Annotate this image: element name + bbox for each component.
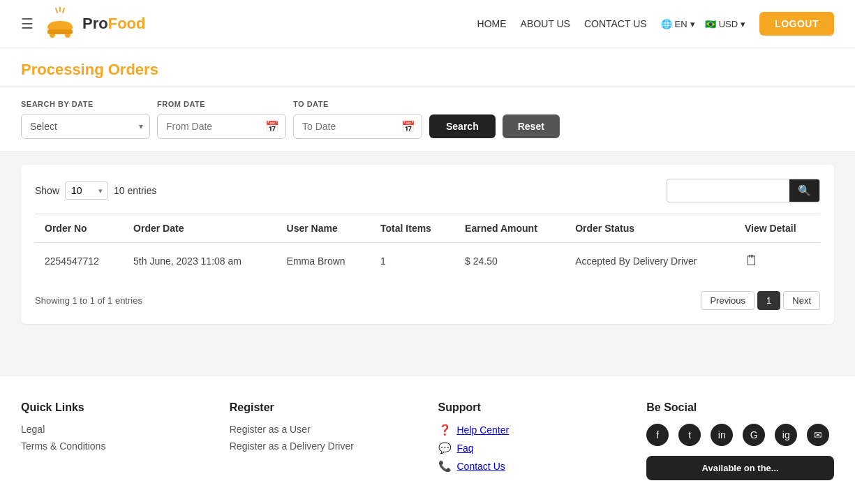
col-order-status: Order Status xyxy=(565,214,735,243)
col-order-date: Order Date xyxy=(124,214,277,243)
register-title: Register xyxy=(230,401,417,414)
from-date-wrapper: 📅 xyxy=(157,114,286,139)
to-date-label: TO DATE xyxy=(293,100,429,108)
cell-earned-amount: $ 24.50 xyxy=(455,243,565,279)
header-right: HOME ABOUT US CONTACT US 🌐 EN ▾ 🇧🇷 USD ▾… xyxy=(477,12,834,36)
previous-page-button[interactable]: Previous xyxy=(701,291,754,310)
logo: ProFood xyxy=(43,7,145,40)
pagination-row: Showing 1 to 1 of 1 entries Previous 1 N… xyxy=(35,291,820,310)
lang-currency: 🌐 EN ▾ 🇧🇷 USD ▾ xyxy=(661,19,746,29)
col-earned-amount: Earned Amount xyxy=(455,214,565,243)
twitter-icon[interactable]: t xyxy=(678,424,701,446)
register-driver-link[interactable]: Register as a Delivery Driver xyxy=(230,440,354,452)
logo-image xyxy=(43,7,77,40)
list-item: Register as a User xyxy=(230,424,417,435)
language-button[interactable]: 🌐 EN ▾ xyxy=(661,19,695,29)
facebook-icon[interactable]: f xyxy=(646,424,669,446)
nav-links: HOME ABOUT US CONTACT US xyxy=(477,18,647,29)
faq-link[interactable]: Faq xyxy=(457,443,474,454)
show-entries: Show 10 25 50 100 ▾ 10 entries xyxy=(35,181,157,200)
help-center-link[interactable]: Help Center xyxy=(457,424,510,436)
support-contact: 📞 Contact Us xyxy=(438,460,626,473)
list-item: Register as a Delivery Driver xyxy=(230,440,417,452)
register-user-link[interactable]: Register as a User xyxy=(230,424,311,435)
svg-line-2 xyxy=(63,8,64,13)
from-date-label: FROM DATE xyxy=(157,100,293,108)
header: ☰ ProFood HOME ABOUT US xyxy=(0,0,855,48)
list-item: Legal xyxy=(21,424,209,435)
social-icons: f t in G ig ✉ xyxy=(646,424,834,446)
footer-social: Be Social f t in G ig ✉ Available on the… xyxy=(646,401,834,480)
search-by-date-select[interactable]: Select Today Yesterday This Week This Mo… xyxy=(21,114,150,139)
footer-quick-links: Quick Links Legal Terms & Conditions xyxy=(21,401,209,480)
col-order-no: Order No xyxy=(35,214,124,243)
email-icon[interactable]: ✉ xyxy=(807,424,829,446)
col-view-detail: View Detail xyxy=(735,214,820,243)
search-button[interactable]: Search xyxy=(429,114,496,138)
orders-table: Order No Order Date User Name Total Item… xyxy=(35,214,820,279)
footer-grid: Quick Links Legal Terms & Conditions Reg… xyxy=(21,401,834,480)
to-date-calendar-icon[interactable]: 📅 xyxy=(401,120,415,133)
help-center-icon: ❓ xyxy=(438,424,452,436)
nav-home[interactable]: HOME xyxy=(477,18,507,29)
svg-rect-6 xyxy=(47,29,73,34)
col-total-items: Total Items xyxy=(371,214,455,243)
showing-text: Showing 1 to 1 of 1 entries xyxy=(35,295,142,306)
logout-button[interactable]: LOGOUT xyxy=(759,12,834,36)
footer-register: Register Register as a User Register as … xyxy=(230,401,417,480)
filter-labels: SEARCH BY DATE FROM DATE TO DATE xyxy=(21,100,834,108)
instagram-icon[interactable]: ig xyxy=(775,424,797,446)
page-title-bar: Processing Orders xyxy=(0,48,855,87)
next-page-button[interactable]: Next xyxy=(783,291,820,310)
cell-order-no: 2254547712 xyxy=(35,243,124,279)
from-date-calendar-icon[interactable]: 📅 xyxy=(265,120,279,133)
cell-order-status: Accepted By Delivery Driver xyxy=(565,243,735,279)
footer: Quick Links Legal Terms & Conditions Reg… xyxy=(0,376,855,494)
lang-flag: 🌐 xyxy=(661,19,672,29)
support-help: ❓ Help Center xyxy=(438,424,626,436)
view-detail-icon[interactable]: 🗒 xyxy=(745,253,759,268)
google-icon[interactable]: G xyxy=(743,424,765,446)
quick-links-list: Legal Terms & Conditions xyxy=(21,424,209,452)
col-user-name: User Name xyxy=(277,214,371,243)
list-item: Terms & Conditions xyxy=(21,440,209,452)
page-1-button[interactable]: 1 xyxy=(757,291,780,310)
entries-count-label: 10 entries xyxy=(114,185,156,196)
search-by-date-label: SEARCH BY DATE xyxy=(21,100,157,108)
lang-code: EN xyxy=(675,19,687,29)
nav-about[interactable]: ABOUT US xyxy=(521,18,570,29)
cell-total-items: 1 xyxy=(371,243,455,279)
to-date-wrapper: 📅 xyxy=(293,114,422,139)
table-row: 2254547712 5th June, 2023 11:08 am Emma … xyxy=(35,243,820,279)
contact-icon: 📞 xyxy=(438,460,452,473)
table-search-icon[interactable]: 🔍 xyxy=(789,179,819,202)
hamburger-icon[interactable]: ☰ xyxy=(21,15,34,32)
header-left: ☰ ProFood xyxy=(21,7,145,40)
main-content: Show 10 25 50 100 ▾ 10 entries 🔍 xyxy=(0,152,855,376)
legal-link[interactable]: Legal xyxy=(21,424,45,435)
nav-contact[interactable]: CONTACT US xyxy=(584,18,647,29)
linkedin-icon[interactable]: in xyxy=(711,424,733,446)
cell-order-date: 5th June, 2023 11:08 am xyxy=(124,243,277,279)
table-container: Show 10 25 50 100 ▾ 10 entries 🔍 xyxy=(21,165,834,324)
table-search-wrapper: 🔍 xyxy=(667,179,820,202)
currency-flag: 🇧🇷 xyxy=(705,19,716,29)
social-title: Be Social xyxy=(646,401,834,414)
entries-select-wrapper: 10 25 50 100 ▾ xyxy=(65,181,108,200)
support-title: Support xyxy=(438,401,626,414)
currency-chevron-icon: ▾ xyxy=(741,19,745,29)
currency-button[interactable]: 🇧🇷 USD ▾ xyxy=(705,19,745,29)
app-download-button[interactable]: Available on the... xyxy=(646,456,834,480)
svg-line-0 xyxy=(56,8,57,13)
entries-per-page-select[interactable]: 10 25 50 100 xyxy=(65,181,108,200)
table-search-input[interactable] xyxy=(667,180,789,201)
quick-links-title: Quick Links xyxy=(21,401,209,414)
page-title: Processing Orders xyxy=(21,61,834,79)
contact-link[interactable]: Contact Us xyxy=(457,461,505,472)
reset-button[interactable]: Reset xyxy=(503,114,560,138)
cell-user-name: Emma Brown xyxy=(277,243,371,279)
terms-link[interactable]: Terms & Conditions xyxy=(21,440,105,452)
pagination-buttons: Previous 1 Next xyxy=(701,291,820,310)
filter-inputs: Select Today Yesterday This Week This Mo… xyxy=(21,114,834,139)
cell-view-detail[interactable]: 🗒 xyxy=(735,243,820,279)
